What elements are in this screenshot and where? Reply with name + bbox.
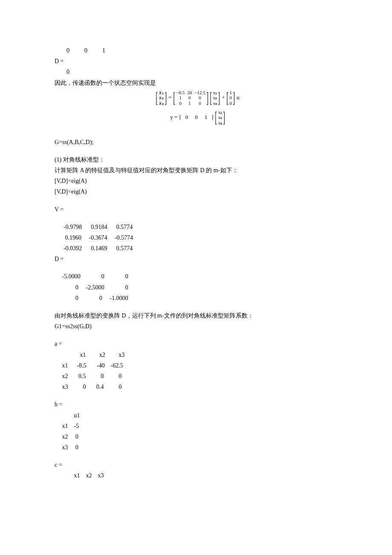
b-row-1: x1 -5 [55, 421, 341, 431]
x-vector: [ x₁ x₂ x₃ ] [210, 90, 220, 106]
a-row-3: x3 0 0.4 0 [55, 382, 341, 392]
x-vector-2: [ x₁ x₂ x₃ ] [215, 110, 225, 126]
d-value: 0 [55, 66, 341, 77]
right-bracket-icon: ] [233, 90, 235, 106]
v-row-3: -0.0392 0.1469 0.5774 [55, 243, 341, 254]
b-row-3: x3 0 [55, 442, 341, 453]
left-bracket-icon: [ [226, 90, 228, 106]
x-1: x₁ [213, 90, 217, 95]
eig-line-1: [V,D]=eig(A) [55, 176, 341, 186]
section-1-title: (1) 对角线标准型： [55, 154, 341, 165]
xdot-vector: [ ẋ₁ ẋ₂ ẋ₃ ] [156, 90, 167, 106]
matrix-top-row: 0 0 1 [55, 45, 341, 56]
xdot-1: ẋ₁ [159, 90, 164, 95]
c-1: 0 [183, 114, 191, 121]
d2-row-2: 0 -2.5000 0 [55, 282, 341, 293]
diag-desc: 由对角线标准型的变换阵 D，运行下列 m-文件的到对角线标准型矩阵系数： [55, 310, 341, 321]
equals-sign: = [168, 94, 171, 101]
plus-sign: + [222, 94, 225, 101]
x-3: x₃ [213, 101, 217, 106]
x-2b: x₂ [218, 115, 222, 120]
x-3b: x₃ [218, 120, 222, 126]
v-row-2: 0.1960 -0.3674 -0.5774 [55, 232, 341, 243]
right-bracket-icon: ] [218, 90, 220, 106]
d2-row-3: 0 0 -1.0000 [55, 293, 341, 304]
xdot-2: ẋ₂ [159, 95, 164, 101]
b-vector: [ 1 0 0 ] [227, 90, 235, 106]
eq-line-2: y = [ 0 0 1 ] [ x₁ x₂ x₃ ] [55, 110, 341, 126]
b-header: u1 [55, 410, 341, 421]
d2-row-1: -5.0000 0 0 [55, 271, 341, 282]
c-row-close: ] [212, 114, 213, 121]
section-1-desc: 计算矩阵 A 的特征值及与特征值对应的对角型变换矩阵 D 的 m-如下： [55, 165, 341, 176]
therefore-text: 因此，传递函数的一个状态空间实现是 [55, 78, 341, 88]
c-header: x1 x2 x3 [55, 470, 341, 481]
a-33: 0 [199, 101, 201, 106]
b-3: 0 [230, 101, 232, 106]
a-11: −8.5 [176, 90, 185, 95]
g1-line: G1=ss2ss(G,D) [55, 321, 341, 332]
a-13: −12.5 [195, 90, 205, 95]
b-2: 0 [230, 95, 232, 101]
a-matrix: [ −8.5 1 0 20 0 1 −12.5 0 0 ] [173, 90, 208, 106]
right-bracket-icon: ] [165, 90, 167, 106]
c-2: 0 [193, 114, 201, 121]
b-1: 1 [230, 90, 232, 95]
a-row-2: x2 0.5 0 0 [55, 371, 341, 382]
a-row-1: x1 -8.5 -40 -62.5 [55, 360, 341, 371]
a-21: 1 [179, 95, 182, 101]
right-bracket-icon: ] [223, 110, 225, 126]
a-31: 0 [179, 101, 182, 106]
left-bracket-icon: [ [156, 90, 158, 106]
d-label: D = [55, 56, 341, 66]
v-row-1: -0.9798 0.9184 0.5774 [55, 222, 341, 232]
gss-code: G=ss(A,B,C,D); [55, 137, 341, 147]
v-label: V = [55, 204, 341, 215]
eig-line-2: [V,D]=eig(A) [55, 186, 341, 197]
a-header: x1 x2 x3 [55, 350, 341, 360]
left-bracket-icon: [ [210, 90, 212, 106]
b-row-2: x2 0 [55, 431, 341, 442]
c-row: [ [179, 114, 181, 121]
x-1b: x₁ [218, 110, 222, 115]
a-12: 20 [187, 90, 192, 95]
d2-label: D = [55, 254, 341, 264]
eq-line-1: [ ẋ₁ ẋ₂ ẋ₃ ] = [ −8.5 1 0 20 0 [55, 90, 341, 106]
left-bracket-icon: [ [215, 110, 217, 126]
right-bracket-icon: ] [207, 90, 209, 106]
u-symbol: u [236, 94, 239, 101]
page-content: 0 0 1 D = 0 因此，传递函数的一个状态空间实现是 [ ẋ₁ ẋ₂ ẋ₃… [0, 0, 392, 507]
xdot-3: ẋ₃ [159, 101, 164, 106]
c-label: c = [55, 460, 341, 470]
b-label: b = [55, 399, 341, 410]
left-bracket-icon: [ [173, 90, 175, 106]
a-32: 1 [188, 101, 191, 106]
state-space-equation: [ ẋ₁ ẋ₂ ẋ₃ ] = [ −8.5 1 0 20 0 [55, 90, 341, 126]
y-equals: y = [170, 114, 178, 121]
c-3: 1 [202, 114, 210, 121]
x-2: x₂ [213, 95, 217, 101]
a-label: a = [55, 338, 341, 349]
a-22: 0 [188, 95, 191, 101]
a-23: 0 [199, 95, 201, 101]
